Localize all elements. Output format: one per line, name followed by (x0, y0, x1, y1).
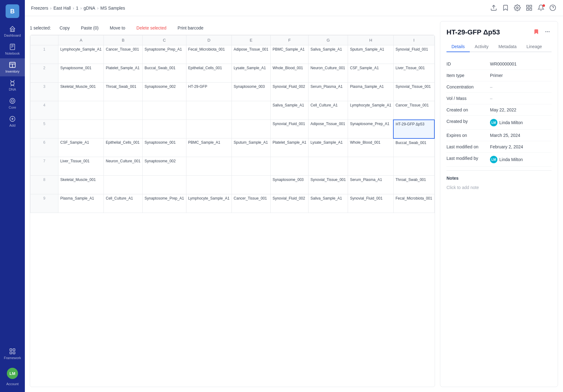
breadcrumb-gdna[interactable]: gDNA (84, 6, 95, 11)
grid-cell[interactable]: Sputum_Sample_A1 (348, 45, 393, 64)
grid-cell[interactable]: Buccal_Swab_001 (143, 64, 186, 83)
sidebar-item-inventory[interactable]: Inventory (0, 58, 25, 76)
grid-cell[interactable] (104, 120, 143, 138)
grid-cell[interactable] (309, 157, 348, 176)
grid-cell[interactable] (232, 101, 271, 120)
grid-cell[interactable]: Synaptosome_Prep_A1 (348, 120, 393, 138)
sidebar-item-account[interactable]: LM Account (0, 363, 25, 389)
grid-cell[interactable]: Plasma_Sample_A1 (348, 83, 393, 101)
upload-icon[interactable] (490, 4, 498, 12)
grid-cell[interactable] (232, 176, 271, 194)
grid-cell[interactable]: Lysate_Sample_A1 (232, 64, 271, 83)
grid-cell[interactable]: Fecal_Microbiota_001 (186, 45, 231, 64)
grid-cell[interactable]: Neuron_Culture_001 (104, 157, 143, 176)
copy-button[interactable]: Copy (57, 24, 72, 32)
settings-icon[interactable] (514, 4, 521, 12)
grid-cell[interactable]: Skeletal_Muscle_001 (58, 176, 104, 194)
grid-cell[interactable]: Lymphocyte_Sample_A1 (186, 194, 231, 213)
grid-cell[interactable]: Synaptosome_002 (143, 83, 186, 101)
detail-more-button[interactable] (543, 28, 552, 37)
grid-cell[interactable] (271, 157, 309, 176)
grid-cell[interactable] (104, 176, 143, 194)
grid-cell[interactable]: Saliva_Sample_A1 (271, 101, 309, 120)
grid-cell[interactable]: Lysate_Sample_A1 (309, 138, 348, 157)
grid-cell[interactable]: Cell_Culture_A1 (309, 101, 348, 120)
grid-container[interactable]: A B C D E F G H I 1Lymphocyte_Sample_A1C… (30, 35, 435, 387)
grid-cell[interactable]: CSF_Sample_A1 (58, 138, 104, 157)
breadcrumb-east-hall[interactable]: East Hall (53, 6, 71, 11)
grid-cell[interactable]: Throat_Swab_001 (393, 176, 434, 194)
grid-cell[interactable]: Whole_Blood_001 (271, 64, 309, 83)
tab-details[interactable]: Details (446, 42, 470, 52)
sidebar-item-dna[interactable]: DNA (0, 76, 25, 94)
grid-cell[interactable] (186, 176, 231, 194)
grid-cell[interactable]: HT-29-GFP Δp53 (393, 120, 434, 138)
grid-cell[interactable]: Epithelial_Cells_001 (186, 64, 231, 83)
grid-cell[interactable]: Cancer_Tissue_001 (232, 194, 271, 213)
grid-cell[interactable]: Synovial_Fluid_001 (348, 194, 393, 213)
grid-cell[interactable]: CSF_Sample_A1 (348, 64, 393, 83)
notification-icon[interactable] (538, 4, 545, 12)
bookmark-icon[interactable] (502, 4, 510, 12)
grid-cell[interactable]: PBMC_Sample_A1 (186, 138, 231, 157)
delete-button[interactable]: Delete selected (134, 24, 169, 32)
sidebar-item-add[interactable]: Add (0, 112, 25, 130)
grid-cell[interactable]: Synaptosome_001 (58, 64, 104, 83)
grid-cell[interactable]: Platelet_Sample_A1 (271, 138, 309, 157)
grid-cell[interactable]: Cancer_Tissue_001 (393, 101, 434, 120)
grid-cell[interactable]: Synovial_Fluid_001 (393, 45, 434, 64)
print-barcode-button[interactable]: Print barcode (175, 24, 206, 32)
grid-cell[interactable]: Epithelial_Cells_001 (104, 138, 143, 157)
grid-cell[interactable]: Whole_Blood_001 (348, 138, 393, 157)
grid-cell[interactable]: Serum_Plasma_A1 (348, 176, 393, 194)
grid-cell[interactable] (393, 157, 434, 176)
sidebar-item-core[interactable]: Core (0, 94, 25, 112)
grid-cell[interactable]: Fecal_Microbiota_001 (393, 194, 434, 213)
grid-cell[interactable] (348, 157, 393, 176)
sidebar-item-notebook[interactable]: Notebook (0, 40, 25, 58)
help-icon[interactable] (549, 4, 557, 12)
grid-cell[interactable]: Sputum_Sample_A1 (232, 138, 271, 157)
grid-cell[interactable]: Synaptosome_003 (271, 176, 309, 194)
move-to-button[interactable]: Move to (107, 24, 128, 32)
grid-cell[interactable]: Lymphocyte_Sample_A1 (348, 101, 393, 120)
grid-cell[interactable] (143, 176, 186, 194)
grid-cell[interactable] (58, 101, 104, 120)
grid-icon[interactable] (526, 4, 533, 12)
grid-cell[interactable]: Saliva_Sample_A1 (309, 194, 348, 213)
grid-cell[interactable]: Synovial_Tissue_001 (393, 83, 434, 101)
grid-cell[interactable]: HT-29-GFP (186, 83, 231, 101)
grid-cell[interactable]: Liver_Tissue_001 (58, 157, 104, 176)
tab-lineage[interactable]: Lineage (522, 42, 547, 52)
grid-cell[interactable]: Synaptosome_003 (232, 83, 271, 101)
grid-cell[interactable]: Synaptosome_001 (143, 138, 186, 157)
app-logo[interactable]: B (6, 4, 19, 18)
grid-cell[interactable]: Neuron_Culture_001 (309, 64, 348, 83)
grid-cell[interactable]: Lymphocyte_Sample_A1 (58, 45, 104, 64)
detail-bookmark-button[interactable] (532, 28, 540, 37)
grid-cell[interactable]: Skeletal_Muscle_001 (58, 83, 104, 101)
grid-cell[interactable]: Platelet_Sample_A1 (104, 64, 143, 83)
paste-button[interactable]: Paste (0) (78, 24, 101, 32)
grid-cell[interactable]: Liver_Tissue_001 (393, 64, 434, 83)
grid-cell[interactable] (58, 120, 104, 138)
grid-cell[interactable] (232, 157, 271, 176)
grid-cell[interactable]: Buccal_Swab_001 (393, 138, 434, 157)
grid-cell[interactable]: Plasma_Sample_A1 (58, 194, 104, 213)
notes-add-button[interactable]: Click to add note (446, 184, 552, 191)
grid-cell[interactable]: Saliva_Sample_A1 (309, 45, 348, 64)
grid-cell[interactable]: PBMC_Sample_A1 (271, 45, 309, 64)
sidebar-item-dashboard[interactable]: Dashboard (0, 22, 25, 40)
grid-cell[interactable]: Synovial_Fluid_002 (271, 194, 309, 213)
grid-cell[interactable]: Adipose_Tissue_001 (309, 120, 348, 138)
grid-cell[interactable] (186, 101, 231, 120)
breadcrumb-freezers[interactable]: Freezers (31, 6, 48, 11)
grid-cell[interactable] (143, 120, 186, 138)
grid-cell[interactable]: Synovial_Tissue_001 (309, 176, 348, 194)
grid-cell[interactable] (186, 120, 231, 138)
grid-cell[interactable] (186, 157, 231, 176)
tab-activity[interactable]: Activity (470, 42, 493, 52)
grid-cell[interactable]: Cancer_Tissue_001 (104, 45, 143, 64)
grid-cell[interactable]: Throat_Swab_001 (104, 83, 143, 101)
grid-cell[interactable]: Adipose_Tissue_001 (232, 45, 271, 64)
